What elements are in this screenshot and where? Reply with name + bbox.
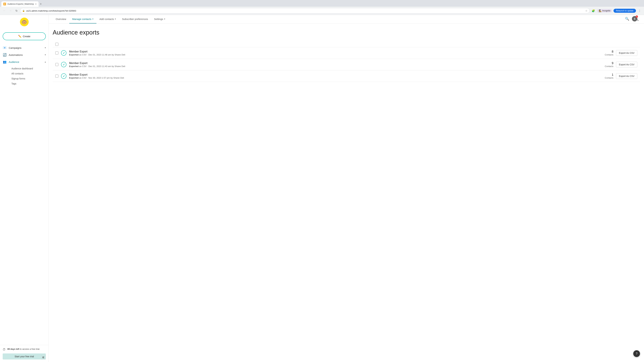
tab-subscriber-preferences[interactable]: Subscriber preferences [119,15,151,23]
create-label: Create [23,35,30,38]
export-2-meta-prefix: Exported [69,65,78,67]
export-1-csv-button[interactable]: Export As CSV [616,50,637,56]
logo-emoji: 🐵 [21,19,27,25]
automations-icon: 🔄 [3,53,7,57]
sidebar-bottom: ⏱ 89 days left to access a free trial. S… [0,345,48,362]
export-3-status-icon: ✓ [61,73,66,79]
manage-contacts-label: Manage contacts [72,17,92,20]
campaigns-arrow: ▾ [45,46,46,49]
overview-label: Overview [56,17,66,20]
tab-manage-contacts[interactable]: Manage contacts ▾ [69,15,96,23]
sidebar-item-tags[interactable]: Tags [9,81,48,86]
export-2-count-num: 9 [600,61,613,65]
refresh-button[interactable]: ↻ [14,8,19,13]
create-button[interactable]: ✏️ Create [3,32,46,40]
export-3-meta-detail: as CSV · Nov 30, 2023 1:57 pm by Shane D… [79,77,124,79]
pencil-icon: ✏️ [18,35,22,38]
campaigns-label: Campaigns [9,46,43,49]
sidebar-item-audience[interactable]: 👥 Audience ▴ [0,58,48,65]
export-3-name: Member Export [69,73,597,76]
mailchimp-logo[interactable]: 🐵 [0,15,48,29]
export-3-count-label: Contacts [600,77,613,79]
automations-arrow: ▾ [45,54,46,56]
incognito-label: Incognito [602,9,610,12]
lock-icon: 🔒 [22,9,25,12]
user-initial: S [634,17,635,20]
select-all-checkbox[interactable] [55,43,58,46]
tab-settings[interactable]: Settings ▾ [151,15,168,23]
export-3-checkbox[interactable] [55,75,58,78]
export-1-count-label: Contacts [600,53,613,56]
export-2-count-label: Contacts [600,65,613,67]
export-2-name: Member Export [69,62,597,65]
export-1-meta-prefix: Exported [69,53,78,56]
incognito-icon: 🕵 [599,9,602,12]
header-right-controls: 🔍 S 1 [625,16,637,21]
tab-add-contacts[interactable]: Add contacts ▾ [96,15,119,23]
bookmark-icon[interactable]: ☆ [585,9,588,12]
tab-bar: M Audience Exports | Mailchimp × + [0,0,644,7]
export-1-meta: Exported as CSV · Dec 01, 2023 11:48 am … [69,53,597,56]
tab-title: Audience Exports | Mailchimp [8,3,34,5]
export-2-status-icon: ✓ [61,62,66,67]
back-button[interactable]: ← [2,8,7,13]
export-2-checkbox[interactable] [55,63,58,66]
trial-days-bold: 89 days left [8,348,19,350]
export-3-csv-button[interactable]: Export As CSV [616,73,637,79]
export-1-checkbox[interactable] [55,51,58,54]
browser-chrome: M Audience Exports | Mailchimp × + ← → ↻… [0,0,644,15]
subscriber-preferences-label: Subscriber preferences [122,17,148,20]
sidebar-item-signup-forms[interactable]: Signup forms [9,76,48,81]
manage-contacts-dropdown-icon: ▾ [92,18,94,20]
table-row: ✓ Member Export Exported as CSV · Dec 01… [53,59,640,70]
export-2-info: Member Export Exported as CSV · Dec 01, … [69,62,597,67]
check-icon: ✓ [63,51,65,55]
export-3-count-num: 1 [600,73,613,77]
new-tab-button[interactable]: + [38,2,43,6]
user-avatar[interactable]: S 1 [632,16,637,21]
sidebar-item-audience-dashboard[interactable]: Audience dashboard [9,66,48,71]
help-button[interactable]: ? [633,350,640,357]
extensions-button[interactable]: 🧩 [591,8,596,13]
export-1-meta-detail: as CSV · Dec 01, 2023 11:48 am by Shane … [79,53,125,56]
url-input[interactable] [26,9,584,12]
add-contacts-dropdown-icon: ▾ [115,18,116,20]
tab-overview[interactable]: Overview [53,15,69,23]
logo-circle: 🐵 [20,17,29,26]
relaunch-button[interactable]: Relaunch to update [614,9,636,13]
export-2-meta: Exported as CSV · Dec 01, 2023 11:43 am … [69,65,597,67]
forward-button[interactable]: → [8,8,13,13]
table-row: ✓ Member Export Exported as CSV · Nov 30… [53,70,640,82]
export-1-status-icon: ✓ [61,50,66,56]
export-2-count: 9 Contacts [600,61,613,67]
settings-dropdown-icon: ▾ [164,18,165,20]
export-3-count: 1 Contacts [600,73,613,79]
audience-label: Audience [9,60,43,63]
menu-button[interactable]: ⋮ [637,8,642,13]
top-nav: Overview Manage contacts ▾ Add contacts … [49,15,644,24]
sidebar-item-all-contacts[interactable]: All contacts [9,71,48,76]
address-bar[interactable]: 🔒 ☆ [20,8,590,13]
sidebar-collapse-button[interactable]: ◧ [41,355,46,360]
nav-bar: ← → ↻ 🔒 ☆ 🧩 🕵 Incognito Relaunch to upda… [0,7,644,15]
campaigns-icon: 📧 [3,46,7,50]
global-search-button[interactable]: 🔍 [625,17,629,21]
sidebar-item-campaigns[interactable]: 📧 Campaigns ▾ [0,44,48,51]
page-title: Audience exports [53,29,640,36]
tab-close-button[interactable]: × [35,3,36,5]
export-2-csv-button[interactable]: Export As CSV [616,62,637,67]
sidebar-top: ✏️ Create [0,29,48,43]
tab-favicon: M [3,3,6,5]
export-2-meta-detail: as CSV · Dec 01, 2023 11:43 am by Shane … [79,65,125,67]
sidebar-item-automations[interactable]: 🔄 Automations ▾ [0,51,48,58]
table-header-row [53,41,640,47]
export-1-info: Member Export Exported as CSV · Dec 01, … [69,50,597,56]
trial-text: 89 days left to access a free trial. [8,348,40,350]
export-1-count: 8 Contacts [600,50,613,56]
automations-label: Automations [9,53,43,56]
trial-icon: ⏱ [3,348,6,352]
active-tab[interactable]: M Audience Exports | Mailchimp × [1,1,38,7]
export-1-count-num: 8 [600,50,613,53]
start-trial-button[interactable]: Start your free trial [3,354,46,360]
export-3-meta: Exported as CSV · Nov 30, 2023 1:57 pm b… [69,77,597,79]
